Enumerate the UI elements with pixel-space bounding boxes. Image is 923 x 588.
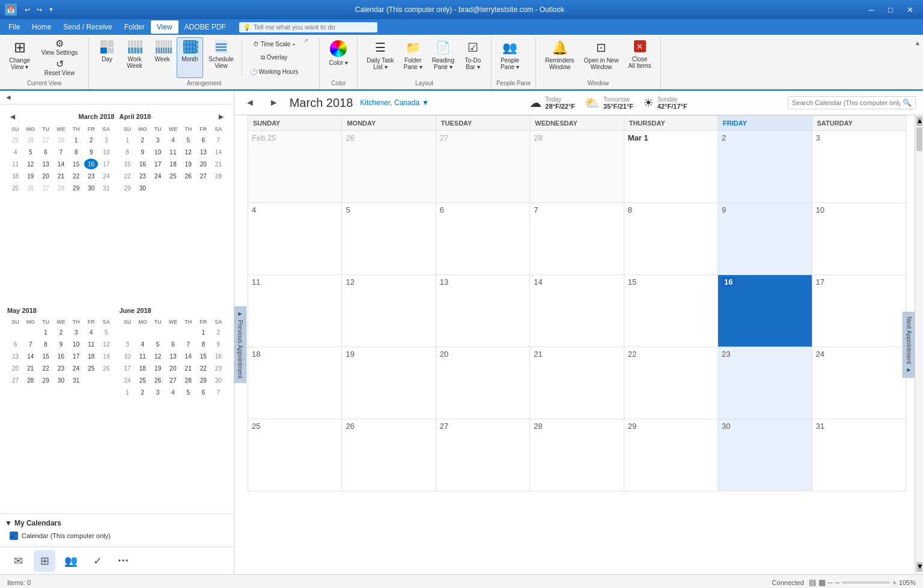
mini-cal-day[interactable]: 24 [69, 363, 83, 374]
mini-cal-day[interactable]: 5 [23, 147, 37, 157]
mini-cal-day[interactable]: 27 [8, 375, 22, 386]
mini-cal-day[interactable]: 19 [99, 351, 113, 362]
mini-cal-day[interactable]: 6 [166, 339, 180, 350]
mini-cal-day[interactable]: 7 [181, 339, 195, 350]
mini-cal-day[interactable]: 26 [181, 171, 195, 181]
calendar-cell[interactable]: 19 [342, 347, 436, 419]
calendar-cell[interactable]: 28 [530, 419, 624, 491]
mini-cal-day[interactable]: 21 [181, 363, 195, 374]
calendar-cell[interactable]: 6 [436, 203, 529, 275]
mini-cal-day[interactable]: 28 [23, 375, 37, 386]
mini-cal-day[interactable]: 14 [23, 351, 37, 362]
mini-cal-day[interactable]: 28 [54, 183, 68, 193]
mini-cal-day[interactable]: 8 [69, 147, 83, 157]
mini-cal-day[interactable]: 6 [8, 339, 22, 350]
mini-cal-day[interactable]: 2 [84, 135, 98, 145]
mini-cal-day[interactable]: 27 [196, 171, 210, 181]
calendar-cell[interactable]: 7 [530, 203, 624, 275]
mini-cal-day[interactable]: 14 [54, 159, 68, 169]
mini-cal-day[interactable]: 21 [212, 159, 225, 169]
work-week-btn[interactable]: WorkWeek [121, 37, 148, 78]
mini-cal-day[interactable]: 26 [23, 183, 37, 193]
mini-cal-day[interactable]: 2 [212, 327, 225, 338]
mini-cal-day[interactable]: 3 [151, 387, 165, 398]
mini-cal-day[interactable]: 6 [196, 135, 210, 145]
mini-cal-day[interactable]: 23 [54, 363, 68, 374]
mini-cal-day[interactable]: 1 [121, 135, 135, 145]
calendar-cell[interactable]: 5 [342, 203, 436, 275]
reminders-btn[interactable]: 🔔 RemindersWindow [541, 37, 578, 78]
restore-btn[interactable]: □ [882, 1, 899, 18]
mini-cal-day[interactable]: 30 [54, 375, 68, 386]
calendar-cell[interactable]: 11 [248, 275, 342, 347]
mini-cal-day[interactable]: 13 [8, 351, 22, 362]
mini-cal-day[interactable]: 1 [196, 327, 210, 338]
cal-next-btn[interactable]: ► [266, 96, 282, 109]
mini-cal-day[interactable]: 4 [166, 135, 180, 145]
mini-cal-day[interactable]: 26 [23, 135, 37, 145]
mini-cal-day[interactable]: 16 [84, 159, 98, 169]
mini-cal-day[interactable]: 28 [54, 135, 68, 145]
week-btn[interactable]: Week [149, 37, 175, 78]
mini-cal-day[interactable]: 11 [84, 339, 98, 350]
calendar-cell[interactable]: 21 [530, 347, 624, 419]
mini-cal-day[interactable]: 17 [121, 363, 135, 374]
mini-cal-day[interactable]: 14 [212, 147, 225, 157]
mini-cal-day[interactable]: 15 [196, 351, 210, 362]
mini-cal-day[interactable]: 28 [181, 375, 195, 386]
mini-cal-day[interactable]: 24 [151, 171, 165, 181]
mini-cal-day[interactable]: 29 [196, 375, 210, 386]
calendar-cell[interactable]: 14 [530, 275, 624, 347]
mini-cal-day[interactable]: 12 [181, 147, 195, 157]
calendar-cell[interactable]: 23 [718, 347, 812, 419]
mini-cal-day[interactable]: 21 [23, 363, 37, 374]
calendar-cell[interactable]: 3 [812, 131, 906, 203]
arrangement-expand[interactable]: ↗ [303, 37, 308, 44]
calendar-search-input[interactable] [792, 99, 900, 106]
calendar-cell[interactable]: 9 [718, 203, 812, 275]
mini-cal-day[interactable]: 2 [136, 135, 150, 145]
mini-cal-day[interactable]: 2 [136, 387, 150, 398]
calendar-cell[interactable]: 22 [624, 347, 717, 419]
mini-cal-day[interactable]: 29 [39, 375, 53, 386]
mini-cal-day[interactable]: 28 [212, 171, 225, 181]
mini-cal-day[interactable]: 15 [121, 159, 135, 169]
mini-cal-day[interactable]: 30 [84, 183, 98, 193]
calendar-cell[interactable]: 27 [436, 419, 529, 491]
mini-cal-day[interactable]: 16 [136, 159, 150, 169]
overlay-btn[interactable]: ⧉ Overlay [246, 51, 303, 64]
mini-cal-day[interactable]: 12 [23, 159, 37, 169]
to-do-bar-btn[interactable]: ☑ To-DoBar ▾ [460, 37, 486, 78]
mini-cal-day[interactable]: 5 [151, 339, 165, 350]
menu-file[interactable]: File [2, 20, 26, 34]
mini-cal-day[interactable]: 19 [23, 171, 37, 181]
menu-folder[interactable]: Folder [118, 20, 151, 34]
calendar-checkbox[interactable]: ✓ [10, 532, 18, 540]
mini-cal-day[interactable]: 7 [212, 387, 225, 398]
mini-cal-day[interactable]: 5 [181, 135, 195, 145]
search-input[interactable] [254, 23, 374, 31]
mini-cal-day[interactable]: 3 [69, 327, 83, 338]
mini-cal-day[interactable]: 14 [181, 351, 195, 362]
mini-cal-day[interactable]: 29 [121, 183, 135, 193]
mini-cal-day[interactable]: 4 [136, 339, 150, 350]
undo-btn[interactable]: ↩ [22, 4, 32, 15]
mini-cal-day[interactable]: 31 [69, 375, 83, 386]
view-icon-list[interactable]: ▤ [809, 578, 816, 587]
minimize-btn[interactable]: ─ [863, 1, 880, 18]
mini-cal-day[interactable]: 22 [69, 171, 83, 181]
mini-cal-day[interactable]: 16 [54, 351, 68, 362]
calendar-cell[interactable]: 24 [812, 347, 906, 419]
mini-cal-day[interactable]: 13 [196, 147, 210, 157]
menu-send-receive[interactable]: Send / Receive [57, 20, 118, 34]
qs-dropdown[interactable]: ▼ [46, 4, 56, 15]
mini-cal-day[interactable]: 8 [39, 339, 53, 350]
mini-cal-day[interactable]: 11 [8, 159, 22, 169]
calendar-cell[interactable]: 26 [342, 419, 436, 491]
mini-cal-day[interactable]: 5 [181, 387, 195, 398]
scrollbar[interactable]: ▲ ▼ [915, 115, 923, 574]
mini-cal-day[interactable]: 15 [39, 351, 53, 362]
mini-cal-day[interactable]: 6 [196, 387, 210, 398]
mini-cal-day[interactable]: 25 [8, 183, 22, 193]
calendar-cell[interactable]: 30 [718, 419, 812, 491]
